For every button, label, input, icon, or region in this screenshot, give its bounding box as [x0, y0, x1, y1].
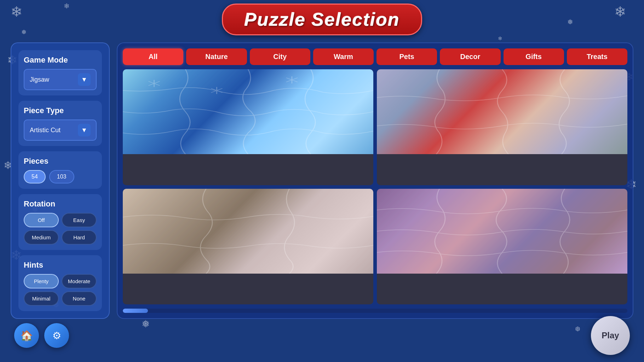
rotation-hard-button[interactable]: Hard — [62, 230, 97, 245]
tab-city[interactable]: City — [250, 48, 310, 65]
settings-panel: Game Mode Jigsaw ▼ Piece Type Artistic C… — [11, 42, 110, 319]
puzzle-item-3[interactable] — [123, 189, 373, 305]
hints-options: Plenty Moderate Minimal None — [24, 274, 97, 306]
bottom-left-buttons: 🏠 ⚙ — [14, 323, 69, 348]
rotation-options: Off Easy Medium Hard — [24, 213, 97, 245]
rotation-medium-button[interactable]: Medium — [24, 230, 59, 245]
rotation-off-button[interactable]: Off — [24, 213, 59, 227]
bottom-bar: 🏠 ⚙ Play — [0, 316, 644, 355]
scrollbar-fill — [123, 309, 148, 313]
puzzle-item-1[interactable] — [123, 69, 373, 185]
hints-plenty-button[interactable]: Plenty — [24, 274, 59, 288]
hints-none-button[interactable]: None — [62, 291, 97, 306]
pieces-buttons: 54 103 — [24, 170, 97, 183]
piece-type-dropdown-arrow: ▼ — [78, 124, 91, 136]
piece-type-dropdown[interactable]: Artistic Cut ▼ — [24, 119, 97, 141]
hints-label: Hints — [24, 261, 97, 270]
settings-button[interactable]: ⚙ — [44, 323, 69, 348]
rotation-easy-button[interactable]: Easy — [62, 213, 97, 227]
tab-all[interactable]: All — [123, 48, 183, 65]
piece-type-section: Piece Type Artistic Cut ▼ — [18, 101, 102, 146]
pieces-section: Pieces 54 103 — [18, 151, 102, 189]
piece-type-value: Artistic Cut — [30, 127, 61, 134]
tab-treats[interactable]: Treats — [567, 48, 627, 65]
play-button[interactable]: Play — [591, 316, 630, 355]
puzzle-scrollbar[interactable] — [123, 309, 627, 313]
tab-nature[interactable]: Nature — [186, 48, 247, 65]
pieces-label: Pieces — [24, 157, 97, 166]
page-title: Puzzle Selection — [244, 9, 399, 30]
category-tabs: All Nature City Warm Pets Decor Gifts Tr… — [123, 48, 627, 65]
title-banner: Puzzle Selection — [222, 4, 422, 35]
tab-decor[interactable]: Decor — [440, 48, 500, 65]
game-mode-value: Jigsaw — [30, 76, 49, 83]
hints-moderate-button[interactable]: Moderate — [62, 274, 97, 288]
home-button[interactable]: 🏠 — [14, 323, 39, 348]
hints-minimal-button[interactable]: Minimal — [24, 291, 59, 306]
rotation-section: Rotation Off Easy Medium Hard — [18, 194, 102, 250]
pieces-54-button[interactable]: 54 — [24, 170, 46, 183]
tab-gifts[interactable]: Gifts — [504, 48, 564, 65]
puzzle-grid — [123, 69, 627, 304]
rotation-label: Rotation — [24, 199, 97, 209]
game-mode-dropdown-arrow: ▼ — [78, 73, 91, 86]
pieces-103-button[interactable]: 103 — [49, 170, 74, 183]
game-mode-dropdown[interactable]: Jigsaw ▼ — [24, 69, 97, 90]
puzzle-item-2[interactable] — [377, 69, 627, 185]
hints-section: Hints Plenty Moderate Minimal None — [18, 255, 102, 311]
tab-pets[interactable]: Pets — [376, 48, 437, 65]
puzzle-item-4[interactable] — [377, 189, 627, 305]
tab-warm[interactable]: Warm — [313, 48, 374, 65]
piece-type-label: Piece Type — [24, 106, 97, 115]
home-icon: 🏠 — [21, 330, 33, 341]
puzzle-selection-panel: All Nature City Warm Pets Decor Gifts Tr… — [117, 42, 633, 319]
game-mode-section: Game Mode Jigsaw ▼ — [18, 50, 102, 95]
game-mode-label: Game Mode — [24, 56, 97, 65]
settings-icon: ⚙ — [52, 330, 61, 341]
